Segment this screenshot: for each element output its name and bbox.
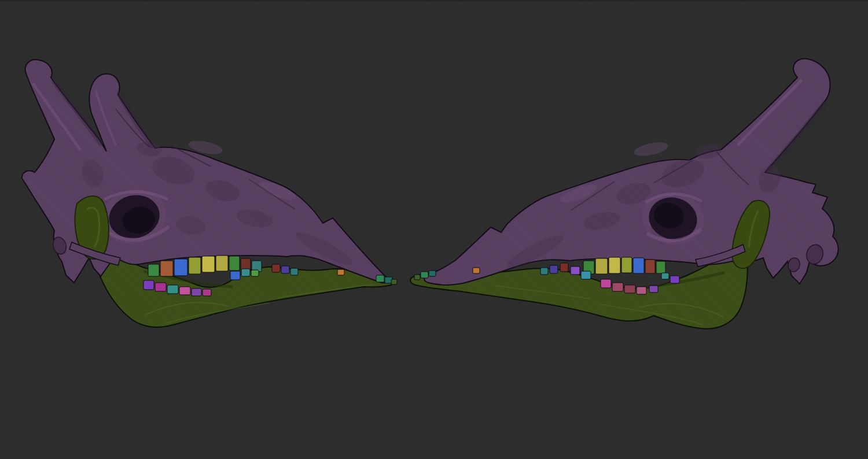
tooth <box>272 264 280 272</box>
tooth <box>192 288 201 296</box>
tooth <box>633 258 644 273</box>
tooth <box>241 269 250 276</box>
tooth <box>595 258 608 274</box>
tooth <box>189 257 201 274</box>
tooth <box>376 275 384 282</box>
tooth <box>621 257 632 273</box>
tooth <box>609 257 620 273</box>
tooth <box>230 271 240 280</box>
tooth <box>429 271 436 276</box>
tooth <box>216 256 228 271</box>
tooth <box>290 268 298 275</box>
tooth <box>560 263 568 272</box>
tooth <box>649 286 658 293</box>
tooth <box>656 261 665 273</box>
tooth <box>670 276 679 283</box>
tooth <box>645 260 655 273</box>
tooth <box>148 264 159 276</box>
tooth <box>601 279 611 288</box>
tooth <box>612 283 623 291</box>
tooth <box>581 271 591 279</box>
tooth <box>174 259 187 276</box>
tooth <box>391 279 397 284</box>
tooth <box>167 285 178 294</box>
tooth <box>144 280 154 290</box>
tooth <box>473 268 480 273</box>
tooth <box>160 261 173 276</box>
tooth <box>540 268 548 275</box>
tooth <box>203 289 211 296</box>
tooth <box>179 287 190 295</box>
tooth <box>571 266 580 275</box>
tooth <box>661 273 669 279</box>
tooth <box>414 275 420 280</box>
tooth <box>155 283 166 291</box>
tooth <box>229 256 240 271</box>
tooth <box>421 272 428 278</box>
tooth <box>251 270 259 276</box>
tooth <box>281 266 289 273</box>
viewport-top-edge <box>0 0 868 2</box>
tooth <box>202 256 215 272</box>
viewport-canvas[interactable] <box>0 0 868 459</box>
tooth <box>337 269 344 275</box>
tooth <box>624 285 635 293</box>
tooth <box>550 265 558 273</box>
tooth <box>637 287 646 294</box>
